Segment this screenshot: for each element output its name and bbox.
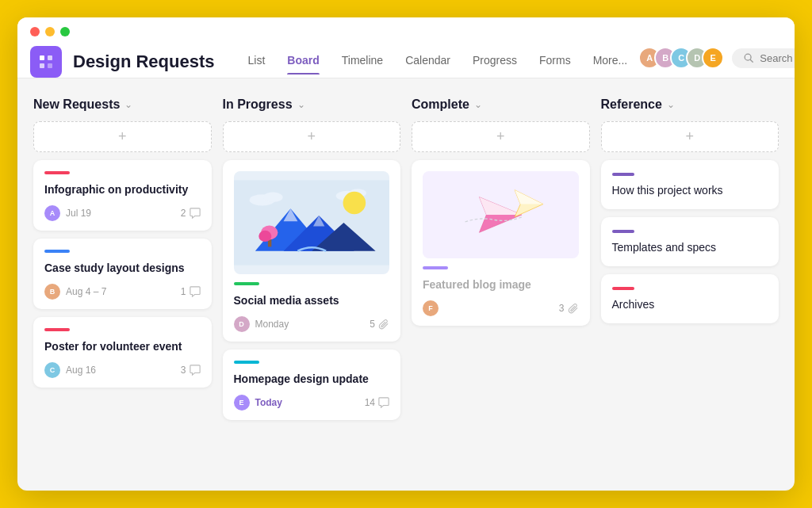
team-avatars: A B C D E <box>638 47 724 69</box>
card-footer: D Monday 5 <box>234 316 390 332</box>
col-header-reference: Reference ⌄ <box>601 97 779 112</box>
svg-rect-1 <box>48 55 52 60</box>
card-badge-comment: 1 <box>181 286 201 297</box>
card-meta: F <box>423 300 439 316</box>
card-date: Aug 16 <box>66 365 96 376</box>
avatar: E <box>702 47 724 69</box>
card-badge-comment: 3 <box>181 365 201 376</box>
add-card-button-complete[interactable]: + <box>412 121 590 152</box>
card-date: Monday <box>255 319 289 330</box>
chevron-down-icon: ⌄ <box>474 99 482 110</box>
card-case-study: Case study layout designs B Aug 4 – 7 1 <box>33 239 212 309</box>
card-featured-blog: Featured blog image F 3 <box>412 160 590 326</box>
app-icon <box>30 46 62 78</box>
card-badge-attachment: 3 <box>559 303 579 314</box>
card-badge-comment: 14 <box>365 397 389 408</box>
chevron-down-icon: ⌄ <box>297 99 305 110</box>
minimize-button[interactable] <box>45 27 55 36</box>
column-reference: Reference ⌄ + How this project works Tem… <box>601 97 779 331</box>
avatar: C <box>44 362 60 378</box>
search-input[interactable] <box>760 52 795 64</box>
card-meta: C Aug 16 <box>44 362 96 378</box>
header-right: A B C D E + ? U <box>638 46 795 78</box>
col-title-in-progress: In Progress <box>223 97 293 112</box>
card-image-mountain <box>234 171 390 274</box>
search-bar <box>732 48 795 68</box>
comment-icon <box>190 365 201 376</box>
ref-accent <box>612 173 634 176</box>
card-meta: A Jul 19 <box>44 205 91 221</box>
card-footer: E Today 14 <box>234 395 390 411</box>
header: Design Requests List Board Timeline Cale… <box>30 46 782 78</box>
attachment-count: 5 <box>370 319 375 330</box>
title-bar: Design Requests List Board Timeline Cale… <box>17 17 795 78</box>
chevron-down-icon: ⌄ <box>667 99 675 110</box>
card-date: Today <box>255 397 282 408</box>
ref-title: Archives <box>612 298 768 311</box>
add-card-button-new-requests[interactable]: + <box>33 121 212 152</box>
tab-forms[interactable]: Forms <box>528 49 582 74</box>
close-button[interactable] <box>30 27 40 36</box>
svg-rect-2 <box>40 63 44 68</box>
column-in-progress: In Progress ⌄ + <box>223 97 401 428</box>
maximize-button[interactable] <box>60 27 70 36</box>
svg-rect-0 <box>40 55 44 60</box>
attachment-count: 3 <box>559 303 565 314</box>
avatar: E <box>234 395 250 411</box>
card-accent <box>234 282 259 285</box>
comment-count: 2 <box>181 208 186 219</box>
col-title-reference: Reference <box>601 97 662 112</box>
card-social-media: Social media assets D Monday 5 <box>223 160 401 342</box>
comment-icon <box>190 208 201 219</box>
svg-rect-3 <box>48 63 52 68</box>
avatar: D <box>234 316 250 332</box>
comment-count: 3 <box>181 365 186 376</box>
ref-accent <box>612 230 634 233</box>
avatar: B <box>44 284 60 300</box>
card-accent <box>234 361 259 364</box>
tab-calendar[interactable]: Calendar <box>394 49 462 74</box>
card-accent <box>44 250 70 253</box>
card-accent <box>423 266 448 269</box>
card-title: Poster for volunteer event <box>44 339 201 354</box>
svg-point-19 <box>259 231 271 242</box>
add-card-button-in-progress[interactable]: + <box>223 121 401 152</box>
tab-board[interactable]: Board <box>276 49 330 74</box>
svg-point-8 <box>262 193 282 203</box>
tab-timeline[interactable]: Timeline <box>331 49 394 74</box>
ref-title: Templates and specs <box>612 241 768 254</box>
tab-progress[interactable]: Progress <box>462 49 528 74</box>
mountain-illustration <box>234 171 390 274</box>
chevron-down-icon: ⌄ <box>124 99 132 110</box>
col-title-complete: Complete <box>412 97 469 112</box>
card-date: Aug 4 – 7 <box>66 286 106 297</box>
col-header-in-progress: In Progress ⌄ <box>223 97 401 112</box>
svg-point-11 <box>343 192 366 215</box>
nav-tabs: List Board Timeline Calendar Progress Fo… <box>237 49 639 74</box>
card-badge-comment: 2 <box>181 208 201 219</box>
card-title: Featured blog image <box>423 277 579 292</box>
ref-card-how-works: How this project works <box>601 160 779 209</box>
ref-card-templates: Templates and specs <box>601 217 779 266</box>
tab-more[interactable]: More... <box>582 49 639 74</box>
card-footer: A Jul 19 2 <box>44 205 201 221</box>
comment-icon <box>378 397 389 408</box>
card-badge-attachment: 5 <box>370 319 389 330</box>
board-area: New Requests ⌄ + Infographic on producti… <box>17 78 795 491</box>
card-title: Infographic on productivity <box>44 182 201 197</box>
card-title: Social media assets <box>234 293 390 308</box>
card-title: Case study layout designs <box>44 261 201 276</box>
card-meta: B Aug 4 – 7 <box>44 284 106 300</box>
card-poster: Poster for volunteer event C Aug 16 3 <box>33 317 212 388</box>
card-meta: E Today <box>234 395 282 411</box>
col-header-complete: Complete ⌄ <box>412 97 590 112</box>
card-footer: C Aug 16 3 <box>44 362 201 378</box>
ref-accent <box>612 287 634 290</box>
card-infographic: Infographic on productivity A Jul 19 2 <box>33 160 212 231</box>
app-window: Design Requests List Board Timeline Cale… <box>17 17 795 491</box>
plane-illustration <box>423 171 579 258</box>
add-card-button-reference[interactable]: + <box>601 121 779 152</box>
avatar: F <box>423 300 439 316</box>
tab-list[interactable]: List <box>237 49 277 74</box>
card-footer: B Aug 4 – 7 1 <box>44 284 201 300</box>
